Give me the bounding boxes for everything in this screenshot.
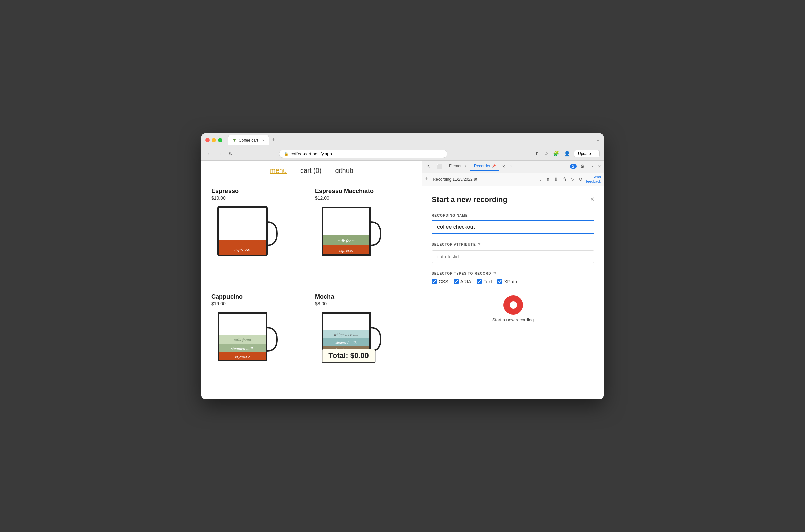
main-area: menu cart (0) github Espresso $10.00 <box>201 161 604 399</box>
svg-text:milk foam: milk foam <box>234 337 251 342</box>
espresso-name: Espresso <box>211 188 308 195</box>
recording-upload-btn[interactable]: ⬆ <box>545 176 551 183</box>
coffee-item-mocha[interactable]: Mocha $8.00 whipped cream <box>315 293 412 393</box>
profile-icon[interactable]: 👤 <box>563 150 571 158</box>
recording-action-buttons: ⬆ ⬇ 🗑 ▷ ↺ <box>545 176 584 183</box>
dialog-header: Start a new recording × <box>432 195 594 204</box>
svg-text:espresso: espresso <box>235 354 250 359</box>
recording-play-btn[interactable]: ▷ <box>569 176 576 183</box>
recording-add-btn[interactable]: + <box>425 175 429 183</box>
tab-close-btn[interactable]: × <box>262 138 264 142</box>
recording-delete-btn[interactable]: 🗑 <box>561 176 568 183</box>
minimize-traffic-light[interactable] <box>212 138 216 142</box>
devtools-close-btn[interactable]: × <box>598 164 601 170</box>
recorder-pin-icon: 📌 <box>492 165 496 168</box>
extension-icon[interactable]: 🧩 <box>552 150 560 158</box>
coffee-item-cappucino[interactable]: Cappucino $19.00 milk foam <box>211 293 308 393</box>
svg-rect-5 <box>266 207 267 255</box>
text-checkbox-item[interactable]: Text <box>477 279 492 285</box>
devtools-tabs-bar: ↖ ⬜ Elements Recorder 📌 × » 2 ⚙ ⋮ × <box>422 161 604 173</box>
coffee-item-macchiato[interactable]: Espresso Macchiato $12.00 milk foam <box>315 188 412 287</box>
recording-bar: + Recording 11/23/2022 at : ⌄ ⬆ ⬇ 🗑 ▷ ↺ … <box>422 173 604 186</box>
macchiato-name: Espresso Macchiato <box>315 188 412 195</box>
dialog-area: Start a new recording × RECORDING NAME S… <box>422 186 604 399</box>
aria-checkbox[interactable] <box>454 279 459 284</box>
start-recording-label: Start a new recording <box>492 318 534 323</box>
devtools-settings-icon[interactable]: ⚙ <box>578 163 587 171</box>
more-tabs-icon[interactable]: » <box>509 164 514 169</box>
browser-window: ▼ Coffee cart × + ⌄ ← → ↻ 🔒 coffee-cart.… <box>201 133 604 399</box>
active-tab[interactable]: ▼ Coffee cart × <box>228 134 269 145</box>
coffee-grid: Espresso $10.00 espresso <box>201 181 422 399</box>
text-checkbox[interactable] <box>477 279 481 284</box>
selector-attr-help-icon[interactable]: ? <box>478 242 481 247</box>
cappucino-name: Cappucino <box>211 293 308 300</box>
close-traffic-light[interactable] <box>205 138 210 142</box>
new-tab-button[interactable]: + <box>269 136 278 144</box>
devtools-cursor-icon[interactable]: ↖ <box>425 163 433 171</box>
svg-rect-19 <box>266 312 267 361</box>
share-icon[interactable]: ⬆ <box>534 150 540 158</box>
browser-content: menu cart (0) github Espresso $10.00 <box>201 161 422 399</box>
devtools-right-controls: 2 ⚙ ⋮ × <box>570 163 601 171</box>
start-recording-btn[interactable] <box>504 295 523 315</box>
coffee-item-espresso[interactable]: Espresso $10.00 espresso <box>211 188 308 287</box>
svg-text:steamed milk: steamed milk <box>231 346 254 351</box>
macchiato-cup: milk foam espresso <box>315 204 382 261</box>
tab-elements[interactable]: Elements <box>445 162 469 171</box>
mocha-cup: whipped cream steamed milk chocolate syr… <box>315 309 382 366</box>
svg-rect-28 <box>322 312 370 314</box>
mocha-price: $8.00 <box>315 301 412 306</box>
url-display: coffee-cart.netlify.app <box>291 151 332 156</box>
svg-rect-6 <box>218 207 267 208</box>
tab-favicon: ▼ <box>232 137 237 142</box>
espresso-price: $10.00 <box>211 195 308 201</box>
forward-button[interactable]: → <box>216 150 224 157</box>
traffic-lights <box>205 138 222 142</box>
recording-download-btn[interactable]: ⬇ <box>553 176 559 183</box>
svg-rect-8 <box>322 207 370 208</box>
update-button[interactable]: Update ⋮ <box>574 150 600 157</box>
recording-name-input[interactable] <box>432 220 594 234</box>
devtools-close-tab-btn[interactable]: × <box>500 163 507 171</box>
send-feedback-link[interactable]: Sendfeedback <box>586 175 601 184</box>
recording-dropdown-chevron[interactable]: ⌄ <box>539 177 543 182</box>
aria-checkbox-item[interactable]: ARIA <box>454 279 472 285</box>
espresso-cup: espresso <box>211 204 279 261</box>
svg-text:whipped cream: whipped cream <box>333 332 359 337</box>
lock-icon: 🔒 <box>284 152 289 156</box>
css-checkbox[interactable] <box>432 279 437 284</box>
fullscreen-traffic-light[interactable] <box>218 138 222 142</box>
nav-menu-link[interactable]: menu <box>270 167 287 174</box>
tab-area: ▼ Coffee cart × + <box>228 134 594 145</box>
selector-types-row: CSS ARIA Text XPath <box>432 279 594 285</box>
bookmark-icon[interactable]: ☆ <box>543 150 549 158</box>
devtools-badge: 2 <box>570 164 577 169</box>
back-button[interactable]: ← <box>205 150 213 157</box>
window-chevron: ⌄ <box>596 137 600 142</box>
selector-types-help-icon[interactable]: ? <box>493 271 496 277</box>
devtools-more-icon[interactable]: ⋮ <box>588 163 597 171</box>
nav-github-link[interactable]: github <box>335 167 353 174</box>
recording-divider <box>431 176 431 183</box>
recording-replay-btn[interactable]: ↺ <box>577 176 584 183</box>
dialog-close-btn[interactable]: × <box>590 195 594 203</box>
svg-text:espresso: espresso <box>339 247 354 252</box>
nav-cart-link[interactable]: cart (0) <box>300 167 322 174</box>
devtools-responsive-icon[interactable]: ⬜ <box>435 163 444 171</box>
svg-rect-20 <box>218 360 267 361</box>
recording-name-label: RECORDING NAME <box>432 213 594 217</box>
svg-rect-4 <box>218 207 219 255</box>
xpath-checkbox[interactable] <box>497 279 502 284</box>
css-checkbox-item[interactable]: CSS <box>432 279 448 285</box>
tab-recorder[interactable]: Recorder 📌 <box>471 162 499 171</box>
address-bar: ← → ↻ 🔒 coffee-cart.netlify.app ⬆ ☆ 🧩 👤 … <box>201 147 604 161</box>
xpath-checkbox-item[interactable]: XPath <box>497 279 517 285</box>
selector-attr-input[interactable] <box>432 250 594 263</box>
title-bar: ▼ Coffee cart × + ⌄ <box>201 133 604 147</box>
address-input[interactable]: 🔒 coffee-cart.netlify.app <box>279 150 447 158</box>
recording-name-display: Recording 11/23/2022 at : <box>433 177 537 182</box>
svg-text:espresso: espresso <box>234 247 250 252</box>
refresh-button[interactable]: ↻ <box>227 150 234 157</box>
site-nav: menu cart (0) github <box>201 161 422 181</box>
